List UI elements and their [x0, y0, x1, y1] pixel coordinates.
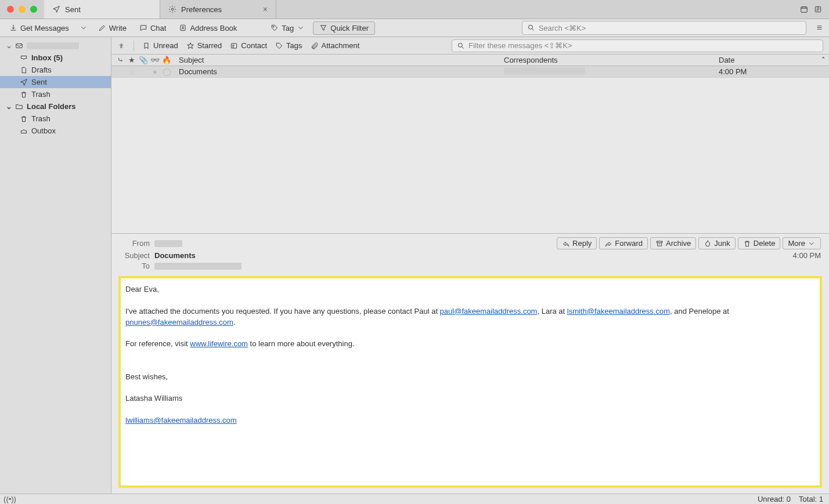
- message-list-header: ⤷ ★ 📎 👓 🔥 Subject Correspondents Date˄: [111, 55, 829, 66]
- filter-contact[interactable]: Contact: [230, 41, 267, 50]
- close-window-button[interactable]: [7, 6, 14, 13]
- message-date: 4:00 PM: [719, 67, 747, 76]
- local-folders-root[interactable]: ⌄ Local Folders: [0, 100, 111, 113]
- chat-button[interactable]: Chat: [135, 22, 171, 34]
- email-link-signature[interactable]: lwilliams@fakeemailaddress.com: [125, 416, 237, 425]
- junk-icon[interactable]: 🔥: [163, 56, 171, 64]
- zoom-window-button[interactable]: [30, 6, 37, 13]
- flame-icon: [704, 240, 712, 248]
- chevron-down-icon: [297, 24, 305, 32]
- filter-messages-input[interactable]: Filter these messages <⇧⌘K>: [452, 39, 823, 52]
- folder-local-trash[interactable]: Trash: [0, 113, 111, 125]
- pin-icon[interactable]: [117, 42, 125, 50]
- tag-button[interactable]: Tag: [266, 22, 309, 34]
- svg-point-4: [182, 27, 183, 28]
- folder-icon: [15, 103, 23, 111]
- close-tab-button[interactable]: ×: [263, 5, 268, 14]
- thread-icon[interactable]: ⤷: [116, 56, 124, 64]
- tab-sent[interactable]: Sent: [44, 0, 160, 19]
- filter-starred[interactable]: Starred: [186, 41, 222, 50]
- star-icon[interactable]: ★: [128, 56, 136, 64]
- quick-filter-button[interactable]: Quick Filter: [313, 21, 375, 35]
- tasks-icon[interactable]: [814, 5, 822, 13]
- message-time: 4:00 PM: [793, 251, 821, 260]
- email-link-pnunes[interactable]: pnunes@fakeemailaddress.com: [125, 318, 233, 327]
- folder-label: Outbox: [31, 126, 56, 135]
- delete-button[interactable]: Delete: [738, 237, 781, 249]
- from-value-redacted: [154, 240, 182, 247]
- filter-placeholder: Filter these messages <⇧⌘K>: [468, 41, 572, 50]
- to-value-redacted: [154, 263, 242, 270]
- subject-value: Documents: [154, 251, 196, 260]
- junk-icon[interactable]: ◯: [163, 68, 171, 76]
- junk-button[interactable]: Junk: [698, 237, 735, 249]
- email-link-lsmith[interactable]: lsmith@fakeemailaddress.com: [567, 307, 670, 316]
- filter-tags[interactable]: Tags: [275, 41, 302, 50]
- address-book-button[interactable]: Address Book: [174, 22, 242, 34]
- message-body: Dear Eva, I've attached the documents yo…: [118, 276, 822, 488]
- email-link-paul[interactable]: paul@fakeemailaddress.com: [440, 307, 538, 316]
- column-correspondents[interactable]: Correspondents: [504, 56, 719, 64]
- message-row[interactable]: ☆ ● ◯ Documents 4:00 PM: [111, 66, 829, 78]
- tag-label: Tag: [282, 24, 294, 32]
- write-button[interactable]: Write: [93, 22, 131, 34]
- forward-button[interactable]: Forward: [599, 237, 648, 249]
- outbox-icon: [20, 127, 28, 135]
- folder-inbox[interactable]: Inbox (5): [0, 52, 111, 64]
- trash-icon: [743, 240, 751, 248]
- minimize-window-button[interactable]: [19, 6, 26, 13]
- tab-label: Sent: [65, 5, 81, 14]
- filter-attachment[interactable]: Attachment: [311, 41, 360, 50]
- from-label: From: [120, 239, 150, 248]
- tab-preferences[interactable]: Preferences ×: [160, 0, 276, 19]
- gear-icon: [168, 5, 176, 13]
- filter-unread[interactable]: Unread: [142, 41, 178, 50]
- folder-drafts[interactable]: Drafts: [0, 64, 111, 76]
- file-icon: [20, 66, 28, 74]
- calendar-icon[interactable]: [800, 5, 808, 13]
- pencil-icon: [98, 24, 106, 32]
- get-messages-button[interactable]: Get Messages: [5, 22, 74, 34]
- message-preview-pane: From Reply Forward Archive Junk Delete M…: [111, 233, 829, 494]
- more-button[interactable]: More: [783, 237, 821, 249]
- svg-point-5: [273, 26, 275, 27]
- read-icon[interactable]: 👓: [151, 56, 159, 64]
- chevron-down-icon: ⌄: [6, 102, 12, 111]
- status-total: Total: 1: [799, 495, 823, 503]
- column-subject[interactable]: Subject: [175, 56, 504, 64]
- status-bar: ((•)) Unread: 0 Total: 1: [0, 494, 829, 504]
- chevron-down-icon: [808, 240, 816, 248]
- tag-icon: [271, 24, 279, 32]
- get-messages-dropdown[interactable]: [77, 22, 90, 34]
- activity-icon: ((•)): [6, 495, 14, 503]
- folder-sidebar: ⌄ Inbox (5) Drafts Sent Trash ⌄ Local Fo…: [0, 37, 111, 494]
- tag-icon: [275, 42, 283, 50]
- global-search-input[interactable]: Search <⌘K>: [522, 21, 806, 35]
- forward-icon: [604, 240, 612, 248]
- column-date[interactable]: Date˄: [719, 56, 829, 64]
- quick-filter-bar: Unread Starred Contact Tags Attachment F…: [111, 37, 829, 55]
- web-link-lifewire[interactable]: www.lifewire.com: [190, 339, 248, 348]
- app-menu-button[interactable]: ≡: [814, 20, 824, 35]
- tab-bar: Sent Preferences ×: [0, 0, 829, 19]
- folder-trash[interactable]: Trash: [0, 88, 111, 100]
- to-label: To: [120, 262, 150, 270]
- tab-label: Preferences: [181, 5, 222, 14]
- archive-button[interactable]: Archive: [650, 237, 696, 249]
- star-icon[interactable]: ☆: [128, 68, 136, 76]
- correspondent-redacted: [504, 67, 585, 74]
- read-dot-icon[interactable]: ●: [151, 68, 159, 76]
- trash-icon: [20, 90, 28, 99]
- folder-label: Drafts: [31, 66, 52, 74]
- folder-sent[interactable]: Sent: [0, 76, 111, 88]
- chevron-down-icon: ⌄: [6, 41, 12, 50]
- svg-rect-7: [16, 43, 23, 48]
- account-root[interactable]: ⌄: [0, 39, 111, 52]
- bookmark-icon: [142, 42, 150, 50]
- paperclip-icon[interactable]: 📎: [139, 56, 147, 64]
- contact-icon: [230, 42, 238, 50]
- folder-outbox[interactable]: Outbox: [0, 125, 111, 137]
- reply-button[interactable]: Reply: [557, 237, 597, 249]
- chat-icon: [139, 24, 147, 32]
- address-book-icon: [179, 24, 187, 32]
